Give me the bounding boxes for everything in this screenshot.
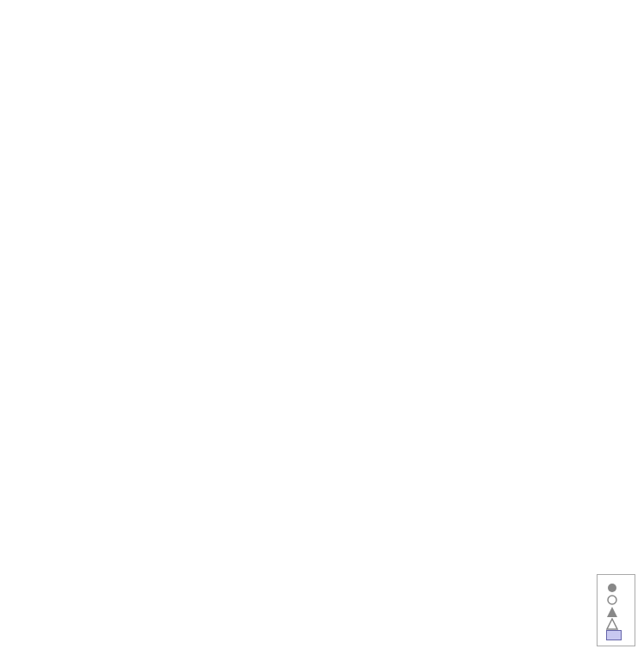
optional-icon bbox=[606, 594, 618, 606]
feature-icon bbox=[606, 630, 622, 640]
svg-marker-3 bbox=[607, 619, 617, 629]
diagram-container bbox=[0, 0, 644, 655]
legend-or-group bbox=[606, 606, 626, 618]
svg-marker-2 bbox=[607, 607, 617, 617]
legend-mandatory bbox=[606, 582, 626, 594]
svg-point-0 bbox=[608, 584, 616, 592]
connection-lines bbox=[0, 0, 644, 655]
svg-point-1 bbox=[608, 596, 616, 604]
legend-alt-group bbox=[606, 618, 626, 630]
legend-box bbox=[597, 574, 635, 646]
legend-feature bbox=[606, 630, 626, 640]
legend-optional bbox=[606, 594, 626, 606]
alt-group-icon bbox=[606, 618, 618, 630]
or-group-icon bbox=[606, 606, 618, 618]
mandatory-icon bbox=[606, 582, 618, 594]
